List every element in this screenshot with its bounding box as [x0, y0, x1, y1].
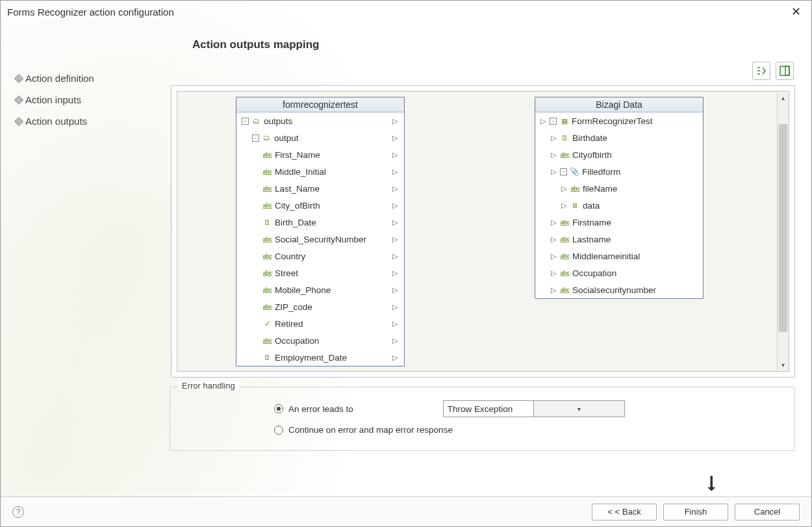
expand-toggle[interactable]: - — [252, 135, 259, 142]
clip-icon: 📎 — [570, 167, 579, 177]
input-port-icon[interactable]: ▷ — [551, 151, 559, 159]
scrollbar-thumb[interactable] — [779, 124, 787, 332]
expand-toggle[interactable]: - — [550, 118, 557, 125]
output-port-icon[interactable]: ▷ — [392, 252, 400, 261]
output-port-icon[interactable]: ▷ — [392, 286, 400, 294]
node-label: Mobile_Phone — [275, 285, 331, 295]
vertical-scrollbar[interactable]: ▴ ▾ — [777, 93, 789, 370]
tree-node[interactable]: ✓Retired▷ — [236, 315, 404, 332]
input-port-icon[interactable]: ▷ — [551, 269, 559, 277]
abc-icon: abc — [560, 218, 570, 227]
abc-icon: abc — [560, 285, 570, 295]
error-handling-group: Error handling An error leads to Throw E… — [170, 387, 795, 451]
tree-node[interactable]: ▷abcSocialsecuritynumber — [535, 281, 703, 298]
output-port-icon[interactable]: ▷ — [392, 353, 400, 362]
tree-node[interactable]: -🗂outputs▷ — [236, 112, 404, 129]
tree-node[interactable]: -🗂output▷ — [236, 129, 404, 146]
tree-node[interactable]: ▷abcfileName — [535, 180, 703, 197]
node-label: outputs — [264, 116, 292, 126]
output-port-icon[interactable]: ▷ — [392, 303, 400, 311]
cancel-button[interactable]: Cancel — [735, 504, 800, 521]
tree-node[interactable]: 🗓Employment_Date▷ — [236, 349, 404, 366]
expand-toggle[interactable]: - — [560, 168, 567, 175]
mapping-canvas[interactable]: formrecognizertest -🗂outputs▷-🗂output▷ab… — [177, 91, 789, 372]
output-port-icon[interactable]: ▷ — [392, 218, 400, 227]
output-port-icon[interactable]: ▷ — [392, 337, 400, 345]
tree-node[interactable]: abcOccupation▷ — [236, 332, 404, 349]
date-icon: 🗓 — [262, 353, 272, 363]
input-port-icon[interactable]: ▷ — [561, 201, 569, 210]
tree-node[interactable]: abcSocial_SecurityNumber▷ — [236, 231, 404, 248]
tree-node[interactable]: ▷abcLastname — [535, 231, 703, 248]
tree-node[interactable]: abcLast_Name▷ — [236, 180, 404, 197]
auto-map-icon[interactable] — [752, 62, 770, 80]
sidebar-item-action-definition[interactable]: Action definition — [14, 68, 170, 89]
output-port-icon[interactable]: ▷ — [392, 117, 400, 125]
tree-node[interactable]: ▷🗎data — [535, 197, 703, 214]
output-port-icon[interactable]: ▷ — [392, 168, 400, 176]
node-label: output — [274, 133, 299, 143]
input-port-icon[interactable]: ▷ — [551, 235, 559, 244]
layout-icon[interactable] — [776, 62, 794, 80]
input-port-icon[interactable]: ▷ — [561, 185, 569, 193]
abc-icon: abc — [560, 235, 570, 244]
input-port-icon[interactable]: ▷ — [540, 117, 548, 125]
output-port-icon[interactable]: ▷ — [392, 134, 400, 142]
node-label: Social_SecurityNumber — [275, 235, 366, 244]
tree-node[interactable]: ▷abcOccupation — [535, 264, 703, 281]
node-label: City_ofBirth — [275, 201, 320, 211]
page-title: Action outputs mapping — [192, 38, 795, 51]
node-label: Last_Name — [275, 184, 320, 194]
input-port-icon[interactable]: ▷ — [551, 218, 559, 227]
output-port-icon[interactable]: ▷ — [392, 201, 400, 210]
node-label: Occupation — [275, 336, 319, 346]
node-label: Cityofbirth — [572, 150, 612, 160]
svg-rect-0 — [780, 66, 789, 75]
diamond-icon — [15, 118, 22, 125]
tree-node[interactable]: ▷🗓Birthdate — [535, 129, 703, 146]
node-label: Street — [275, 268, 298, 278]
tree-node[interactable]: abcZIP_code▷ — [236, 298, 404, 315]
tree-node[interactable]: abcCity_ofBirth▷ — [236, 197, 404, 214]
date-icon: 🗓 — [262, 218, 272, 227]
output-port-icon[interactable]: ▷ — [392, 269, 400, 277]
abc-icon: abc — [262, 235, 272, 244]
input-port-icon[interactable]: ▷ — [551, 134, 559, 142]
tree-node[interactable]: 🗓Birth_Date▷ — [236, 214, 404, 231]
output-port-icon[interactable]: ▷ — [392, 151, 400, 159]
output-port-icon[interactable]: ▷ — [392, 185, 400, 193]
tree-node[interactable]: ▷abcCityofbirth — [535, 146, 703, 163]
tree-node[interactable]: abcFirst_Name▷ — [236, 146, 404, 163]
sidebar-item-action-inputs[interactable]: Action inputs — [14, 89, 170, 110]
container-icon: 🗂 — [262, 133, 272, 143]
output-port-icon[interactable]: ▷ — [392, 320, 400, 328]
output-port-icon[interactable]: ▷ — [392, 235, 400, 244]
abc-icon: abc — [570, 184, 580, 194]
tree-node[interactable]: ▷-📎Filledform — [535, 163, 703, 180]
abc-icon: abc — [262, 201, 272, 211]
diamond-icon — [15, 75, 22, 82]
back-button[interactable]: < < Back — [592, 504, 657, 521]
finish-button[interactable]: Finish — [663, 504, 728, 521]
tree-node[interactable]: ▷abcFirstname — [535, 214, 703, 231]
close-icon[interactable]: ✕ — [787, 3, 805, 20]
help-icon[interactable]: ? — [12, 506, 24, 518]
chevron-down-icon[interactable]: ▾ — [533, 401, 624, 417]
sidebar-item-action-outputs[interactable]: Action outputs — [14, 110, 170, 132]
tree-node[interactable]: abcCountry▷ — [236, 248, 404, 264]
node-label: Middlenameinitial — [572, 251, 640, 261]
input-port-icon[interactable]: ▷ — [551, 252, 559, 261]
expand-toggle[interactable]: - — [242, 118, 249, 125]
tree-node[interactable]: abcStreet▷ — [236, 264, 404, 281]
node-label: fileName — [583, 184, 617, 194]
node-label: Birthdate — [572, 133, 607, 143]
tree-node[interactable]: ▷-▦FormRecognizerTest — [535, 112, 703, 129]
input-port-icon[interactable]: ▷ — [551, 286, 559, 294]
tree-node[interactable]: abcMiddle_Initial▷ — [236, 163, 404, 180]
radio-error-leads-to[interactable] — [274, 404, 283, 413]
radio-continue-on-error[interactable] — [274, 426, 283, 435]
error-action-select[interactable]: Throw Exception ▾ — [443, 400, 625, 417]
input-port-icon[interactable]: ▷ — [551, 168, 559, 176]
tree-node[interactable]: ▷abcMiddlenameinitial — [535, 248, 703, 264]
tree-node[interactable]: abcMobile_Phone▷ — [236, 281, 404, 298]
